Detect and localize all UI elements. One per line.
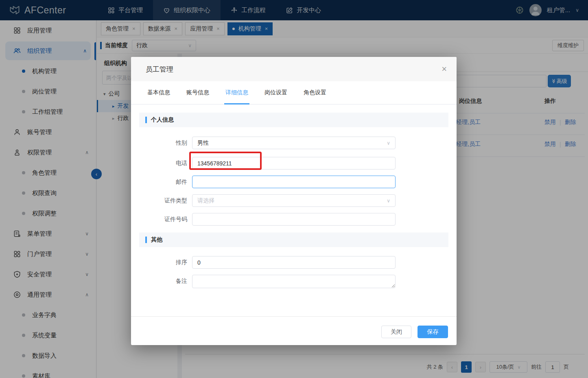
- remark-textarea[interactable]: [192, 275, 396, 288]
- chevron-down-icon: ∨: [387, 140, 390, 146]
- divider: [131, 316, 457, 317]
- section-title: 其他: [151, 236, 162, 243]
- id-number-input[interactable]: [192, 213, 396, 226]
- id-type-select[interactable]: 请选择 ∨: [192, 194, 396, 207]
- tab-detail-info[interactable]: 详细信息: [225, 81, 248, 104]
- tab-label: 详细信息: [225, 89, 248, 96]
- modal-header: 员工管理 ×: [131, 57, 457, 81]
- phone-label: 电话: [131, 157, 187, 169]
- sort-label: 排序: [131, 256, 187, 269]
- modal-title: 员工管理: [146, 65, 173, 74]
- tab-label: 基本信息: [147, 89, 170, 96]
- tab-label: 岗位设置: [264, 89, 287, 96]
- section-personal-info: 个人信息: [139, 113, 448, 127]
- tab-basic-info[interactable]: 基本信息: [147, 81, 170, 104]
- id-type-label: 证件类型: [131, 194, 187, 207]
- tab-account-info[interactable]: 账号信息: [186, 81, 209, 104]
- employee-modal: 员工管理 × 基本信息 账号信息 详细信息 岗位设置 角色设置 个人信息 性别 …: [131, 57, 457, 345]
- close-icon[interactable]: ×: [442, 65, 447, 74]
- tab-label: 角色设置: [304, 89, 326, 96]
- email-input[interactable]: [192, 176, 396, 188]
- id-type-placeholder: 请选择: [197, 197, 214, 204]
- tab-role-settings[interactable]: 角色设置: [304, 81, 326, 104]
- gender-label: 性别: [131, 137, 187, 149]
- modal-tab-bar: 基本信息 账号信息 详细信息 岗位设置 角色设置: [131, 81, 457, 104]
- chevron-down-icon: ∨: [387, 198, 390, 204]
- gender-select[interactable]: 男性 ∨: [192, 137, 396, 149]
- active-tab-underline: [224, 103, 249, 104]
- id-number-label: 证件号码: [131, 213, 187, 226]
- tab-label: 账号信息: [186, 89, 209, 96]
- close-button[interactable]: 关闭: [381, 326, 411, 338]
- accent-bar: [145, 237, 147, 243]
- section-title: 个人信息: [151, 116, 174, 124]
- tab-position-settings[interactable]: 岗位设置: [264, 81, 287, 104]
- gender-value: 男性: [197, 139, 209, 147]
- section-other: 其他: [139, 232, 448, 247]
- save-button[interactable]: 保存: [418, 326, 448, 338]
- phone-input[interactable]: [192, 157, 396, 169]
- remark-label: 备注: [131, 275, 187, 287]
- email-label: 邮件: [131, 176, 187, 188]
- accent-bar: [145, 117, 147, 123]
- sort-input[interactable]: [192, 256, 396, 269]
